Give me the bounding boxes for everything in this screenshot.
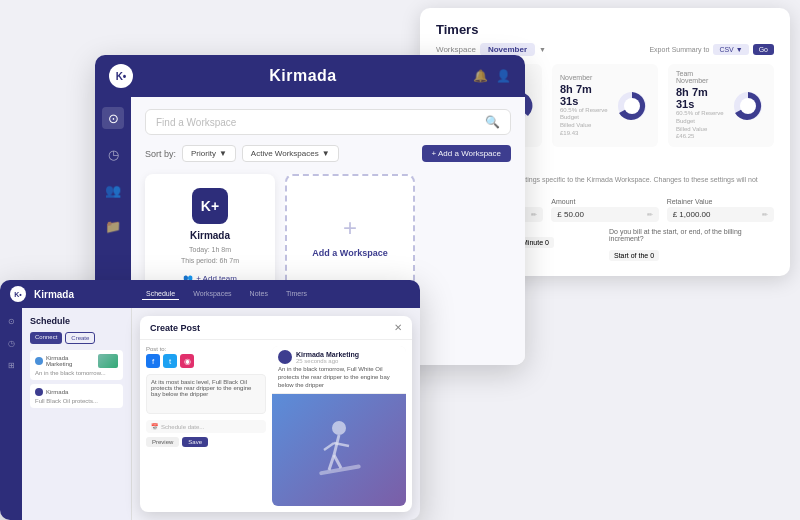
front-header: K• Kirmada Schedule Workspaces Notes Tim… xyxy=(0,280,420,308)
priority-filter[interactable]: Priority ▼ xyxy=(182,145,236,162)
sort-label: Sort by: xyxy=(145,149,176,159)
svg-point-6 xyxy=(332,421,346,435)
stat-team-november-info: Team November 8h 7m 31s 60.5% of Reserve… xyxy=(676,70,724,141)
user-icon[interactable]: 👤 xyxy=(496,69,511,83)
svg-point-5 xyxy=(740,98,756,114)
modal-title: Create Post xyxy=(150,323,200,333)
add-workspace-button[interactable]: + Add a Workspace xyxy=(422,145,511,162)
platform-icons: f t ◉ xyxy=(146,354,266,368)
timers-title: Timers xyxy=(436,22,774,37)
chevron-icon-2: ▼ xyxy=(322,149,330,158)
add-workspace-card[interactable]: + Add a Workspace xyxy=(285,174,415,297)
preview-account: Kirmada Marketing 25 seconds ago xyxy=(278,350,400,364)
stat-november-label: November xyxy=(560,74,608,81)
facebook-icon[interactable]: f xyxy=(146,354,160,368)
kirmada-card-stats: Today: 1h 8m This period: 6h 7m xyxy=(159,245,261,266)
schedule-buttons: Connect Create xyxy=(30,332,123,344)
preview-image xyxy=(272,394,406,506)
snowboarder-svg xyxy=(299,410,379,490)
modal-body: Post to: f t ◉ At its most basic level, … xyxy=(140,340,412,512)
schedule-panel: Schedule Connect Create Kirmada Marketin… xyxy=(22,308,132,520)
kirmada-logo: K• xyxy=(109,64,133,88)
stat-november: November 8h 7m 31s 60.5% of Reserve Budg… xyxy=(552,64,658,147)
front-body: ⊙ ◷ ⊞ Schedule Connect Create Kirmada Ma… xyxy=(0,308,420,520)
save-button[interactable]: Save xyxy=(182,437,208,447)
sidebar-item-clock[interactable]: ◷ xyxy=(102,143,124,165)
search-bar[interactable]: Find a Workspace 🔍 xyxy=(145,109,511,135)
front-logo: K• xyxy=(10,286,26,302)
add-workspace-card-label: Add a Workspace xyxy=(312,248,387,258)
bell-icon[interactable]: 🔔 xyxy=(473,69,488,83)
hourly-amount-field: Amount £ 50.00 ✏ xyxy=(551,198,658,222)
preview-top: Kirmada Marketing 25 seconds ago An in t… xyxy=(272,346,406,394)
billing-at-col: Do you bill at the start, or end, of the… xyxy=(609,228,774,262)
post-to-label: Post to: xyxy=(146,346,266,352)
search-placeholder-text: Find a Workspace xyxy=(156,117,479,128)
create-post-modal: Create Post ✕ Post to: f t ◉ At its most… xyxy=(140,316,412,512)
platform-dot-blue xyxy=(35,357,43,365)
platform-row: Kirmada Marketing xyxy=(35,354,118,368)
create-button[interactable]: Create xyxy=(65,332,95,344)
instagram-icon[interactable]: ◉ xyxy=(180,354,194,368)
kirmada-workspace-card[interactable]: K+ Kirmada Today: 1h 8m This period: 6h … xyxy=(145,174,275,297)
sidebar-item-team[interactable]: 👥 xyxy=(102,179,124,201)
platform-row-2: Kirmada xyxy=(35,388,118,396)
tab-notes[interactable]: Notes xyxy=(246,288,272,300)
workspace-label: Workspace xyxy=(436,45,476,54)
tab-workspaces[interactable]: Workspaces xyxy=(189,288,235,300)
front-sidebar-team[interactable]: ⊞ xyxy=(4,358,18,372)
hourly-amount-input[interactable]: £ 50.00 ✏ xyxy=(551,207,658,222)
stat-november-value: 8h 7m 31s xyxy=(560,83,608,107)
connect-button[interactable]: Connect xyxy=(30,332,62,344)
chevron-down-icon: ▼ xyxy=(539,46,546,53)
chevron-icon: ▼ xyxy=(219,149,227,158)
retainer-input[interactable]: £ 1,000.00 ✏ xyxy=(667,207,774,222)
date-field[interactable]: 📅 Schedule date... xyxy=(146,420,266,433)
preview-button[interactable]: Preview xyxy=(146,437,179,447)
november-pie-chart xyxy=(614,88,650,124)
svg-line-8 xyxy=(324,443,334,450)
post-preview: Kirmada Marketing 25 seconds ago An in t… xyxy=(272,346,406,506)
retainer-field: Retainer Value £ 1,000.00 ✏ xyxy=(667,198,774,222)
tab-schedule[interactable]: Schedule xyxy=(142,288,179,300)
schedule-panel-title: Schedule xyxy=(30,316,123,326)
stat-november-info: November 8h 7m 31s 60.5% of Reserve Budg… xyxy=(560,74,608,138)
front-main: Schedule Connect Create Kirmada Marketin… xyxy=(22,308,420,520)
billing-at-value[interactable]: Start of the 0 xyxy=(609,250,659,261)
svg-line-11 xyxy=(334,455,341,468)
stat-team-november-label: Team November xyxy=(676,70,724,84)
preview-avatar xyxy=(278,350,292,364)
hourly-amount-label: Amount xyxy=(551,198,658,205)
preview-text: An in the black tomorrow, Full White Oil… xyxy=(278,366,400,389)
export-go-button[interactable]: Go xyxy=(753,44,774,55)
retainer-label: Retainer Value xyxy=(667,198,774,205)
search-icon[interactable]: 🔍 xyxy=(485,115,500,129)
kirmada-card-name: Kirmada xyxy=(159,230,261,241)
plus-icon: + xyxy=(343,214,357,242)
sidebar-item-folder[interactable]: 📁 xyxy=(102,215,124,237)
schedule-avatar xyxy=(98,354,118,368)
modal-header: Create Post ✕ xyxy=(140,316,412,340)
front-sidebar-clock[interactable]: ◷ xyxy=(4,336,18,350)
stat-november-sub: 60.5% of Reserve Budget Billed Value £19… xyxy=(560,107,608,138)
schedule-item-2: Kirmada Full Black Oil protects... xyxy=(30,384,123,408)
svg-line-10 xyxy=(329,455,334,470)
main-header: K• Kirmada 🔔 👤 xyxy=(95,55,525,97)
billing-at-label: Do you bill at the start, or end, of the… xyxy=(609,228,774,242)
front-sidebar-home[interactable]: ⊙ xyxy=(4,314,18,328)
export-select[interactable]: CSV ▼ xyxy=(713,44,748,55)
team-november-pie-chart xyxy=(730,88,766,124)
modal-close-button[interactable]: ✕ xyxy=(394,322,402,333)
stat-team-november-sub: 60.5% of Reserve Budget Billed Value £46… xyxy=(676,110,724,141)
active-workspaces-filter[interactable]: Active Workspaces ▼ xyxy=(242,145,339,162)
filters-row: Sort by: Priority ▼ Active Workspaces ▼ … xyxy=(145,145,511,162)
platform-dot-purple xyxy=(35,388,43,396)
preview-time: 25 seconds ago xyxy=(296,358,359,364)
tab-timers[interactable]: Timers xyxy=(282,288,311,300)
front-panel: K• Kirmada Schedule Workspaces Notes Tim… xyxy=(0,280,420,520)
post-content-textarea[interactable]: At its most basic level, Full Black Oil … xyxy=(146,374,266,414)
export-controls[interactable]: Export Summary to CSV ▼ Go xyxy=(649,44,774,55)
sidebar-item-home[interactable]: ⊙ xyxy=(102,107,124,129)
twitter-icon[interactable]: t xyxy=(163,354,177,368)
schedule-item-1: Kirmada Marketing An in the black tomorr… xyxy=(30,350,123,380)
